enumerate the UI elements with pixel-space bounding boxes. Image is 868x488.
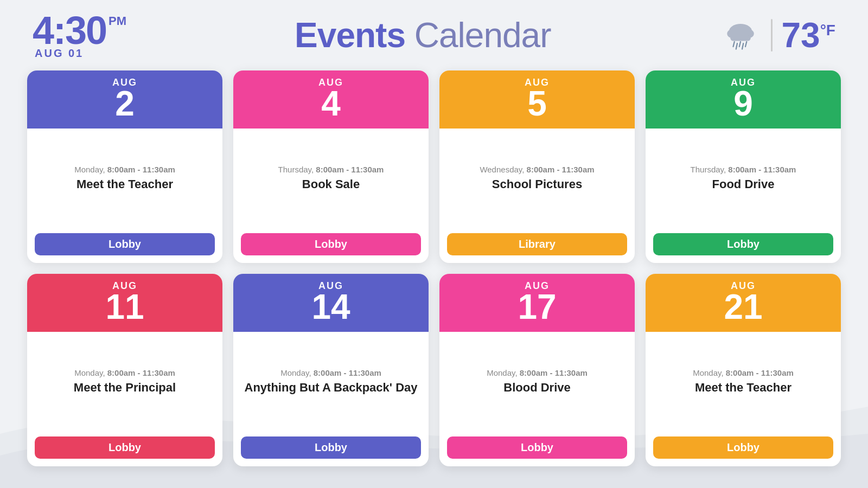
card-location: Lobby xyxy=(35,436,215,459)
card-event-title: Blood Drive xyxy=(503,381,570,395)
card-body: Monday, 8:00am - 11:30am Meet the Princi… xyxy=(27,332,222,431)
card-location: Lobby xyxy=(653,233,833,255)
card-day: 21 xyxy=(724,290,762,324)
card-event-title: Meet the Teacher xyxy=(695,381,792,395)
card-header: AUG 5 xyxy=(439,70,635,129)
card-footer: Lobby xyxy=(233,431,429,466)
card-location: Library xyxy=(447,233,627,255)
weather-temperature: 73°F xyxy=(781,15,835,55)
weather-block: 73°F xyxy=(719,15,835,55)
card-day: 9 xyxy=(733,86,753,121)
card-location: Lobby xyxy=(35,233,215,255)
card-body: Wednesday, 8:00am - 11:30am School Pictu… xyxy=(439,129,635,228)
card-body: Thursday, 8:00am - 11:30am Food Drive xyxy=(646,129,841,228)
card-event-title: Anything But A Backpack' Day xyxy=(245,381,418,395)
card-day: 14 xyxy=(311,290,350,324)
card-body: Monday, 8:00am - 11:30am Meet the Teache… xyxy=(646,332,841,431)
card-body: Thursday, 8:00am - 11:30am Book Sale xyxy=(233,129,429,228)
card-location: Lobby xyxy=(241,233,421,255)
card-footer: Lobby xyxy=(27,228,222,263)
event-card: AUG 14 Monday, 8:00am - 11:30am Anything… xyxy=(233,274,429,466)
time-block: 4:30 PM AUG 01 xyxy=(33,11,126,60)
time-date: AUG 01 xyxy=(35,47,84,60)
card-body: Monday, 8:00am - 11:30am Meet the Teache… xyxy=(27,129,222,228)
svg-line-7 xyxy=(736,43,737,49)
svg-line-6 xyxy=(745,42,746,47)
card-header: AUG 9 xyxy=(646,70,841,129)
card-location: Lobby xyxy=(241,436,421,459)
card-body: Monday, 8:00am - 11:30am Blood Drive xyxy=(439,332,635,431)
card-location: Lobby xyxy=(447,436,627,459)
card-body: Monday, 8:00am - 11:30am Anything But A … xyxy=(233,332,429,431)
card-day: 4 xyxy=(321,86,341,121)
card-event-title: Book Sale xyxy=(302,177,360,191)
page-title: Events Calendar xyxy=(295,15,551,55)
card-month: AUG xyxy=(525,280,550,292)
card-day: 5 xyxy=(527,86,547,121)
weather-divider xyxy=(771,19,773,52)
time-display: 4:30 xyxy=(33,11,106,50)
svg-line-8 xyxy=(742,43,743,49)
card-footer: Lobby xyxy=(646,431,841,466)
title-bold: Events xyxy=(295,16,405,55)
card-event-title: Meet the Principal xyxy=(74,381,176,395)
card-header: AUG 14 xyxy=(233,274,429,332)
card-event-title: Food Drive xyxy=(712,177,775,191)
card-month: AUG xyxy=(112,77,137,88)
card-location: Lobby xyxy=(653,436,833,459)
card-time: Wednesday, 8:00am - 11:30am xyxy=(480,165,594,174)
event-card: AUG 17 Monday, 8:00am - 11:30am Blood Dr… xyxy=(439,274,635,466)
card-time: Thursday, 8:00am - 11:30am xyxy=(691,165,796,174)
card-header: AUG 11 xyxy=(27,274,222,332)
card-footer: Lobby xyxy=(646,228,841,263)
card-month: AUG xyxy=(318,77,343,88)
title-light: Calendar xyxy=(414,16,551,55)
card-month: AUG xyxy=(318,280,343,292)
card-day: 2 xyxy=(115,86,135,121)
card-month: AUG xyxy=(525,77,550,88)
event-card: AUG 2 Monday, 8:00am - 11:30am Meet the … xyxy=(27,70,222,263)
card-footer: Lobby xyxy=(439,431,635,466)
card-month: AUG xyxy=(731,280,756,292)
card-time: Monday, 8:00am - 11:30am xyxy=(74,368,175,377)
card-day: 17 xyxy=(518,290,556,324)
card-time: Monday, 8:00am - 11:30am xyxy=(280,368,381,377)
card-time: Monday, 8:00am - 11:30am xyxy=(487,368,588,377)
card-time: Thursday, 8:00am - 11:30am xyxy=(278,165,384,174)
weather-icon xyxy=(719,19,762,52)
svg-line-5 xyxy=(739,42,741,47)
card-footer: Lobby xyxy=(233,228,429,263)
card-day: 11 xyxy=(105,290,144,324)
svg-rect-3 xyxy=(731,35,751,41)
event-card: AUG 5 Wednesday, 8:00am - 11:30am School… xyxy=(439,70,635,263)
event-card: AUG 9 Thursday, 8:00am - 11:30am Food Dr… xyxy=(646,70,841,263)
card-month: AUG xyxy=(731,77,756,88)
card-month: AUG xyxy=(112,280,137,292)
event-card: AUG 11 Monday, 8:00am - 11:30am Meet the… xyxy=(27,274,222,466)
page-header: 4:30 PM AUG 01 Events Calendar 73°F xyxy=(0,0,868,65)
svg-line-4 xyxy=(733,42,735,47)
event-card: AUG 21 Monday, 8:00am - 11:30am Meet the… xyxy=(646,274,841,466)
card-event-title: School Pictures xyxy=(492,177,582,191)
card-header: AUG 2 xyxy=(27,70,222,129)
card-header: AUG 21 xyxy=(646,274,841,332)
card-header: AUG 4 xyxy=(233,70,429,129)
card-time: Monday, 8:00am - 11:30am xyxy=(693,368,794,377)
card-footer: Lobby xyxy=(27,431,222,466)
time-ampm: PM xyxy=(108,15,126,27)
card-header: AUG 17 xyxy=(439,274,635,332)
card-footer: Library xyxy=(439,228,635,263)
card-event-title: Meet the Teacher xyxy=(76,177,173,191)
card-time: Monday, 8:00am - 11:30am xyxy=(74,165,175,174)
events-grid: AUG 2 Monday, 8:00am - 11:30am Meet the … xyxy=(0,65,868,477)
event-card: AUG 4 Thursday, 8:00am - 11:30am Book Sa… xyxy=(233,70,429,263)
